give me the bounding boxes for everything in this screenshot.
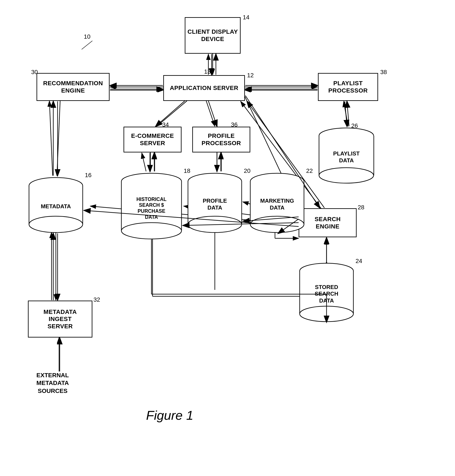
profile-data-cylinder: PROFILEDATA [187, 172, 243, 233]
svg-line-92 [345, 101, 347, 126]
svg-point-50 [188, 216, 242, 232]
svg-line-27 [344, 101, 348, 126]
ref-12: 12 [247, 72, 254, 79]
ref-24: 24 [356, 258, 362, 264]
svg-line-19 [142, 153, 146, 171]
diagram-container: 10 CLIENT DISPLAY DEVICE 14 APPLICATION … [0, 0, 455, 476]
svg-point-40 [29, 216, 83, 232]
svg-line-15 [57, 101, 60, 176]
svg-point-45 [121, 223, 181, 239]
svg-line-75 [208, 101, 217, 126]
stored-search-cylinder: STOREDSEARCHDATA [299, 262, 354, 322]
search-engine-box: SEARCHENGINE [299, 208, 357, 237]
metadata-label: METADATA [39, 203, 73, 210]
profile-data-label: PROFILEDATA [201, 198, 229, 211]
recommendation-engine-box: RECOMMENDATIONENGINE [37, 73, 110, 101]
client-display-label: CLIENT DISPLAY DEVICE [185, 28, 240, 42]
ref-28: 28 [358, 204, 364, 211]
stored-search-label: STOREDSEARCHDATA [313, 284, 341, 304]
ref-32: 32 [93, 296, 100, 303]
svg-line-74 [156, 101, 185, 126]
ecommerce-server-label: E-COMMERCESERVER [131, 132, 174, 147]
svg-point-65 [319, 168, 374, 183]
ref-22: 22 [306, 167, 313, 174]
svg-line-35 [82, 41, 92, 49]
search-engine-label: SEARCHENGINE [315, 215, 341, 230]
svg-line-16 [49, 101, 53, 176]
marketing-data-cylinder: MARKETINGDATA [249, 172, 305, 233]
playlist-processor-label: PLAYLISTPROCESSOR [328, 80, 368, 94]
ref-34: 34 [162, 121, 169, 128]
profile-processor-label: PROFILEPROCESSOR [202, 132, 241, 147]
ref-36: 36 [231, 121, 238, 128]
playlist-data-cylinder: PLAYLISTDATA [318, 127, 375, 183]
profile-processor-box: PROFILEPROCESSOR [192, 127, 250, 152]
svg-line-26 [344, 101, 348, 126]
recommendation-engine-label: RECOMMENDATIONENGINE [43, 80, 103, 94]
svg-point-55 [250, 216, 304, 232]
metadata-cylinder: METADATA [28, 176, 84, 233]
ref-10-arrow [80, 39, 97, 52]
ref-14: 14 [243, 14, 249, 21]
metadata-ingest-label: METADATAINGESTSERVER [44, 308, 77, 330]
ref-16: 16 [85, 172, 91, 179]
metadata-ingest-box: METADATAINGESTSERVER [28, 301, 92, 338]
svg-line-8 [157, 101, 187, 126]
historical-data-label: HISTORICALSEARCH $PURCHASEDATA [134, 197, 169, 220]
external-sources-label: EXTERNALMETADATASOURCES [19, 372, 86, 395]
ecommerce-server-box: E-COMMERCESERVER [123, 127, 181, 152]
figure-label: Figure 1 [146, 408, 193, 423]
application-server-box: APPLICATION SERVER [163, 75, 245, 101]
ref-13: 13 [204, 68, 211, 75]
ref-30: 30 [31, 69, 38, 76]
ref-38: 38 [380, 69, 387, 76]
client-display-box: CLIENT DISPLAY DEVICE [185, 17, 241, 54]
playlist-processor-box: PLAYLISTPROCESSOR [318, 73, 378, 101]
svg-point-60 [300, 306, 353, 322]
svg-line-9 [206, 101, 215, 126]
svg-line-93 [347, 101, 349, 126]
application-server-label: APPLICATION SERVER [170, 84, 238, 92]
marketing-data-label: MARKETINGDATA [258, 198, 296, 211]
historical-data-cylinder: HISTORICALSEARCH $PURCHASEDATA [120, 172, 183, 239]
ref-26: 26 [351, 122, 358, 129]
playlist-data-label: PLAYLISTDATA [331, 150, 362, 164]
